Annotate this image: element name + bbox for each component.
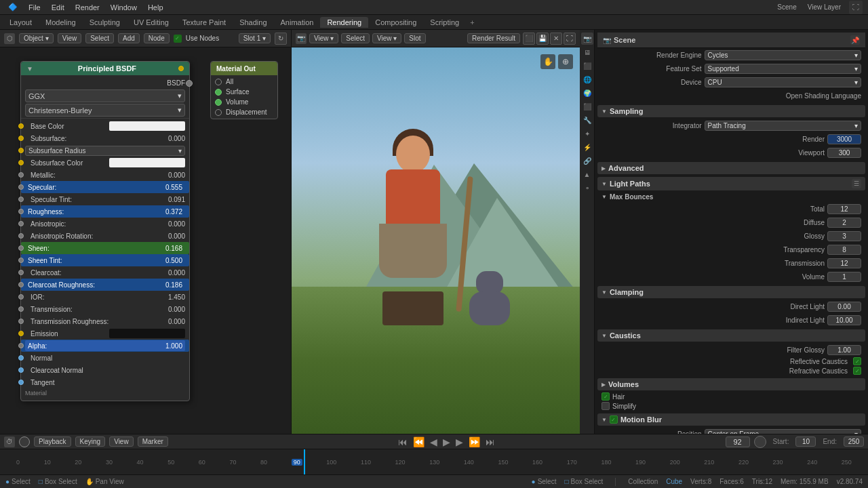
refractive-caustics-checkbox[interactable]: ✓ [853,367,861,375]
material-props-icon[interactable]: ⚬ [581,182,593,194]
save-render-icon[interactable]: 💾 [536,33,549,45]
transparency-bounces-value[interactable]: 8 [827,245,861,255]
props-pin-icon[interactable]: 📌 [850,35,860,45]
view-layer-props-icon[interactable]: ⬛ [581,60,593,72]
hand-tool-icon[interactable]: ✋ [540,54,555,69]
view-layer-selector[interactable]: View Layer [802,3,846,11]
fullscreen-render-icon[interactable]: ⛶ [564,33,576,45]
scene-selector[interactable]: Scene [772,3,802,11]
refresh-button[interactable]: ↻ [275,33,287,45]
world-props-icon[interactable]: 🌍 [581,87,593,99]
menu-file[interactable]: File [23,2,46,13]
caustics-header[interactable]: ▼ Caustics [597,329,865,342]
play-button[interactable]: ▶ [441,436,452,447]
timeline-track[interactable]: 0 10 20 30 40 50 60 70 80 90 100 110 120… [0,449,868,474]
jump-end-button[interactable]: ⏭ [484,436,497,447]
simplify-checkbox[interactable] [601,402,610,410]
add-menu[interactable]: Add [118,33,140,43]
feature-set-dropdown[interactable]: Supported ▾ [705,64,861,74]
start-frame-field[interactable]: 10 [795,436,816,447]
render-props-icon[interactable]: 📷 [581,33,593,45]
base-color-swatch[interactable] [109,121,185,131]
view-menu[interactable]: View [58,33,82,43]
menu-help[interactable]: Help [142,2,169,13]
integrator-dropdown[interactable]: Path Tracing ▾ [705,121,861,131]
select-menu-3d[interactable]: Select [341,33,370,43]
advanced-header[interactable]: ▶ Advanced [597,162,865,174]
position-dropdown[interactable]: Center on Frame ▾ [705,429,861,434]
scene-props-icon[interactable]: 🌐 [581,73,593,85]
alpha-bar[interactable]: Alpha: 1.000 [25,340,185,351]
prev-frame-button[interactable]: ◀ [428,436,439,447]
motion-blur-checkbox[interactable]: ✓ [610,415,618,424]
viewport-type-icon[interactable]: 📷 [296,33,307,44]
subsurface-color-swatch[interactable] [109,158,185,167]
editor-type-icon[interactable]: ⬡ [4,33,15,44]
crosshair-icon[interactable]: ⊕ [558,54,573,69]
roughness-bar[interactable]: Roughness: 0.372 [25,206,185,217]
specular-bar[interactable]: Specular: 0.555 [25,182,185,192]
slot-dropdown[interactable]: Slot 1 ▾ [239,33,271,43]
glossy-bounces-value[interactable]: 3 [827,231,861,241]
render-result-label[interactable]: Render Result [467,33,520,43]
node-menu[interactable]: Node [144,33,170,43]
play-current-frame-indicator[interactable] [19,436,30,447]
tab-uv-editing[interactable]: UV Editing [127,17,176,28]
render-icon[interactable]: ⬛ [523,33,535,45]
total-bounces-value[interactable]: 12 [827,204,861,214]
particles-props-icon[interactable]: ✦ [581,127,593,140]
bsdf-node-title-bar[interactable]: ▼ Principled BSDF [21,62,189,75]
light-paths-list-icon[interactable]: ☰ [852,179,861,188]
tab-rendering[interactable]: Rendering [320,17,368,28]
current-frame-field[interactable]: 92 [726,436,750,447]
volume-bounces-value[interactable]: 1 [827,272,861,282]
playback-menu[interactable]: Playback [34,436,71,447]
emission-swatch[interactable] [109,329,185,338]
data-props-icon[interactable]: ▲ [581,168,593,180]
object-button[interactable]: Object ▾ [19,33,54,43]
view-timeline-menu[interactable]: View [109,436,134,447]
volumes-header[interactable]: ▶ Volumes [597,378,865,390]
menu-edit[interactable]: Edit [46,2,70,13]
keying-menu[interactable]: Keying [75,436,106,447]
hair-checkbox[interactable]: ✓ [601,392,610,401]
sheen-tint-bar[interactable]: Sheen Tint: 0.500 [25,255,185,266]
timeline-type-icon[interactable]: ⏱ [4,436,15,447]
sampling-header[interactable]: ▼ Sampling [597,105,865,117]
tab-shading[interactable]: Shading [233,17,273,28]
tab-modeling[interactable]: Modeling [39,17,83,28]
tab-scripting[interactable]: Scripting [423,17,466,28]
object-props-icon[interactable]: ⬛ [581,100,593,113]
jump-start-button[interactable]: ⏮ [396,436,410,447]
device-dropdown[interactable]: CPU ▾ [705,77,861,87]
prev-keyframe-button[interactable]: ⏪ [411,436,427,447]
use-nodes-checkbox[interactable]: ✓ [174,35,182,43]
viewport-area[interactable]: 📷 View ▾ Select View ▾ Slot Render Resul… [292,30,580,434]
view-menu-3d2[interactable]: View ▾ [372,33,401,43]
diffuse-bounces-value[interactable]: 2 [827,218,861,228]
tab-sculpting[interactable]: Sculpting [83,17,127,28]
clamping-header[interactable]: ▼ Clamping [597,286,865,298]
slot-menu[interactable]: Slot [404,33,425,43]
tab-animation[interactable]: Animation [274,17,321,28]
next-keyframe-button[interactable]: ⏩ [467,436,482,447]
add-workspace-button[interactable]: + [466,17,478,28]
tab-layout[interactable]: Layout [3,17,39,28]
motion-blur-header[interactable]: ▼ ✓ Motion Blur [597,413,865,426]
transmission-bounces-value[interactable]: 12 [827,258,861,268]
next-frame-button[interactable]: ▶ [454,436,465,447]
reflective-caustics-checkbox[interactable]: ✓ [853,357,861,365]
subsurface-method-dropdown[interactable]: Christensen-Burley ▾ [25,104,185,117]
output-props-icon[interactable]: 🖥 [581,46,593,58]
marker-menu[interactable]: Marker [138,436,168,447]
indirect-light-value[interactable]: 10.00 [827,315,861,325]
end-frame-field[interactable]: 250 [844,436,864,447]
menu-render[interactable]: Render [70,2,105,13]
filter-glossy-value[interactable]: 1.00 [827,345,861,355]
sheen-bar[interactable]: Sheen: 0.168 [25,243,185,253]
render-engine-dropdown[interactable]: Cycles ▾ [705,50,861,60]
subsurface-radius-dropdown[interactable]: Subsurface Radius ▾ [25,146,185,156]
delete-render-icon[interactable]: ✕ [550,33,562,45]
tab-texture-paint[interactable]: Texture Paint [176,17,233,28]
viewport-samples-value[interactable]: 300 [827,148,861,158]
